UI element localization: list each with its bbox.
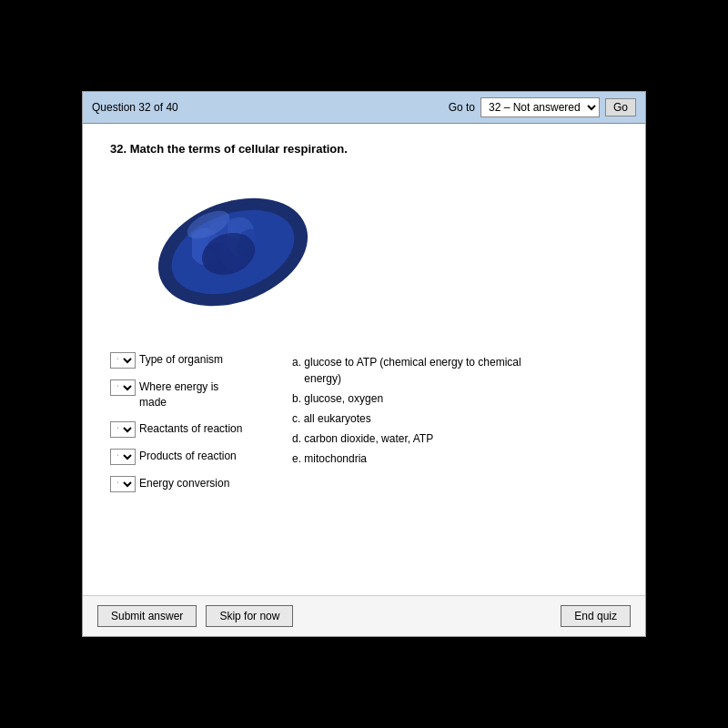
term-3-select[interactable]: ∨abcde	[110, 421, 136, 438]
term-5-label: Energy conversion	[139, 476, 229, 491]
left-terms: ∨abcde Type of organism ∨abcde Where ene…	[110, 352, 274, 492]
answer-b: b. glucose, oxygen	[292, 390, 521, 407]
answer-d: d. carbon dioxide, water, ATP	[292, 430, 521, 447]
term-5-select[interactable]: ∨abcde	[110, 476, 136, 492]
answer-c: c. all eukaryotes	[292, 410, 521, 427]
footer-bar: Submit answer Skip for now End quiz	[83, 595, 645, 636]
term-2-select[interactable]: ∨abcde	[110, 379, 136, 396]
question-progress: Question 32 of 40	[92, 101, 178, 114]
question-number: 32.	[110, 142, 126, 156]
question-body: Match the terms of cellular respiration.	[130, 142, 348, 156]
term-1-select[interactable]: ∨abcde	[110, 352, 136, 369]
right-answers: a. glucose to ATP (chemical energy to ch…	[292, 352, 521, 492]
question-text: 32. Match the terms of cellular respirat…	[110, 142, 618, 156]
term-3-label: Reactants of reaction	[139, 421, 242, 437]
header-bar: Question 32 of 40 Go to 32 – Not answere…	[83, 92, 645, 124]
goto-select[interactable]: 32 – Not answered	[480, 97, 600, 117]
footer-left: Submit answer Skip for now	[97, 605, 293, 627]
term-4-label: Products of reaction	[139, 449, 237, 464]
term-row-5: ∨abcde Energy conversion	[110, 476, 274, 492]
term-4-select[interactable]: ∨abcde	[110, 449, 136, 465]
end-quiz-button[interactable]: End quiz	[561, 605, 631, 627]
term-2-label: Where energy ismade	[139, 379, 218, 410]
term-1-label: Type of organism	[139, 352, 223, 368]
term-row-2: ∨abcde Where energy ismade	[110, 379, 274, 410]
term-row-3: ∨abcde Reactants of reaction	[110, 421, 274, 438]
goto-label: Go to	[449, 101, 475, 114]
answer-a: a. glucose to ATP (chemical energy to ch…	[292, 354, 521, 387]
header-right: Go to 32 – Not answered Go	[449, 97, 636, 117]
question-area: 32. Match the terms of cellular respirat…	[83, 124, 645, 595]
term-row-1: ∨abcde Type of organism	[110, 352, 274, 369]
go-button[interactable]: Go	[605, 98, 636, 116]
term-row-4: ∨abcde Products of reaction	[110, 449, 274, 465]
quiz-container: Question 32 of 40 Go to 32 – Not answere…	[82, 91, 646, 637]
mitochondria-svg	[137, 170, 319, 334]
skip-button[interactable]: Skip for now	[206, 605, 293, 627]
submit-button[interactable]: Submit answer	[97, 605, 197, 627]
answer-e: e. mitochondria	[292, 450, 521, 467]
mitochondria-image	[137, 170, 319, 334]
matching-area: ∨abcde Type of organism ∨abcde Where ene…	[110, 352, 618, 492]
